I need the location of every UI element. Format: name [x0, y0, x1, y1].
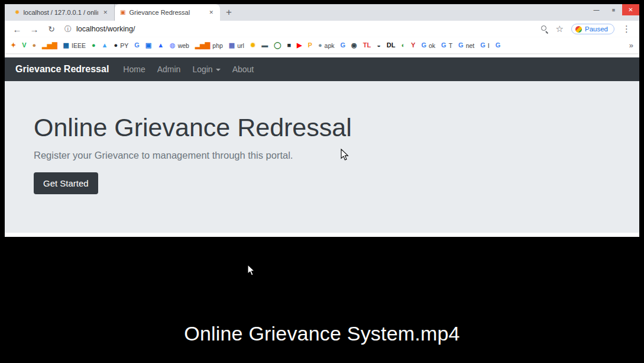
bookmark-label: T: [449, 42, 452, 49]
bookmark-item[interactable]: ▬: [261, 42, 268, 49]
bookmark-favicon-icon: G: [480, 42, 486, 49]
bookmark-item[interactable]: ▶: [297, 42, 302, 49]
page-info-icon[interactable]: ⓘ: [64, 24, 72, 34]
bookmark-item[interactable]: DL: [387, 42, 396, 49]
browser-window: ✹ localhost / 127.0.0.1 / onlinegrie ✕ ▣…: [5, 4, 639, 237]
bookmark-item[interactable]: ✦: [11, 42, 16, 49]
page-bottom-margin: [5, 233, 639, 237]
bookmark-item[interactable]: ▲: [102, 42, 108, 49]
window-controls: — ■ ✕: [588, 4, 639, 15]
bookmark-item[interactable]: ◒: [377, 42, 381, 49]
close-button[interactable]: ✕: [622, 4, 639, 15]
address-bar[interactable]: ⓘ localhost/working/: [64, 24, 537, 34]
nav-link-home[interactable]: Home: [117, 65, 151, 74]
bookmark-star-icon[interactable]: ☆: [556, 24, 564, 34]
new-tab-button[interactable]: +: [226, 7, 232, 18]
get-started-button[interactable]: Get Started: [34, 172, 98, 194]
browser-menu-icon[interactable]: ⋮: [622, 24, 631, 34]
back-icon[interactable]: ←: [11, 24, 24, 34]
bookmark-favicon-icon: P: [308, 42, 312, 49]
bookmark-item[interactable]: ◉: [351, 42, 357, 49]
sync-paused-chip[interactable]: Paused: [571, 24, 614, 34]
bookmark-item[interactable]: ✹: [250, 42, 255, 49]
bookmark-item[interactable]: ▲: [157, 42, 164, 49]
bookmark-favicon-icon: TL: [363, 42, 371, 49]
bookmark-favicon-icon: G: [134, 42, 140, 49]
url-text[interactable]: localhost/working/: [76, 25, 135, 33]
tab-2-favicon-icon: ▣: [120, 9, 125, 15]
bookmark-item[interactable]: G: [341, 42, 346, 49]
bookmark-item[interactable]: Y: [411, 42, 415, 49]
bookmark-item[interactable]: ■: [287, 42, 291, 49]
mouse-cursor: [341, 149, 349, 161]
bookmark-item[interactable]: Gok: [421, 42, 435, 49]
tab-1-favicon-icon: ✹: [15, 9, 20, 15]
bookmark-label: I: [488, 42, 490, 49]
dropdown-caret-icon: [216, 69, 221, 71]
site-brand[interactable]: Grievance Redressal: [15, 64, 109, 75]
bookmark-item[interactable]: ▂▅▇: [42, 42, 57, 49]
bookmark-item[interactable]: ●apk: [318, 42, 335, 49]
bookmark-favicon-icon: ✦: [11, 42, 16, 49]
hero-jumbotron: Online Grievance Redressal Register your…: [5, 81, 639, 233]
forward-icon[interactable]: →: [28, 24, 41, 34]
bookmarks-overflow-icon[interactable]: »: [629, 41, 633, 50]
bookmark-item[interactable]: GI: [480, 42, 489, 49]
maximize-button[interactable]: ■: [605, 4, 622, 15]
bookmark-favicon-icon: ▲: [157, 42, 164, 49]
bookmark-label: apk: [325, 42, 335, 49]
nav-link-about[interactable]: About: [226, 65, 260, 74]
bookmark-item[interactable]: TL: [363, 42, 371, 49]
bookmark-favicon-icon: ▲: [102, 42, 108, 49]
profile-avatar: [575, 26, 582, 33]
bookmark-favicon-icon: ▬: [261, 42, 268, 49]
tab-1-close-icon[interactable]: ✕: [102, 8, 109, 17]
bookmark-item[interactable]: ◍web: [170, 42, 189, 49]
tab-grievance-redressal[interactable]: ▣ Grievance Redressal ✕: [115, 4, 220, 21]
bookmark-favicon-icon: Y: [411, 42, 415, 49]
bookmark-item[interactable]: G: [134, 42, 140, 49]
bookmark-favicon-icon: G: [441, 42, 446, 49]
bookmark-item[interactable]: P: [308, 42, 312, 49]
nav-link-login[interactable]: Login: [186, 65, 226, 74]
page-subtitle: Register your Grievance to management th…: [34, 150, 639, 161]
bookmark-item[interactable]: ▦IEEE: [63, 42, 86, 49]
bookmark-item[interactable]: V: [22, 42, 26, 49]
bookmark-item[interactable]: ◐: [401, 42, 405, 49]
bookmark-favicon-icon: ◐: [401, 42, 405, 49]
bookmark-favicon-icon: ●: [318, 42, 322, 49]
bookmark-item[interactable]: Gnet: [458, 42, 474, 49]
bookmark-item[interactable]: ▂▅▇php: [195, 42, 223, 49]
bookmark-label: php: [212, 42, 223, 49]
browser-toolbar: ← → ↻ ⓘ localhost/working/ ☆ Paused ⋮: [5, 21, 639, 37]
bookmark-item[interactable]: ▦url: [229, 42, 244, 49]
minimize-button[interactable]: —: [588, 4, 605, 15]
bookmark-item[interactable]: ◯: [274, 42, 281, 49]
zoom-icon[interactable]: [541, 25, 548, 33]
bookmark-item[interactable]: ●: [33, 42, 37, 49]
bookmark-favicon-icon: ▦: [229, 42, 235, 49]
bookmark-item[interactable]: ▣: [145, 42, 151, 49]
bookmark-favicon-icon: G: [458, 42, 464, 49]
bookmark-item[interactable]: ●PY: [114, 42, 129, 49]
bookmark-label: IEEE: [72, 42, 86, 49]
bookmark-favicon-icon: G: [496, 42, 501, 49]
tab-2-close-icon[interactable]: ✕: [208, 8, 215, 17]
bookmark-label: web: [178, 42, 189, 49]
refresh-icon[interactable]: ↻: [45, 24, 58, 34]
nav-link-admin[interactable]: Admin: [151, 65, 187, 74]
bookmark-item[interactable]: ●: [92, 42, 96, 49]
bookmark-favicon-icon: G: [421, 42, 426, 49]
bookmark-label: net: [466, 42, 475, 49]
tab-phpmyadmin[interactable]: ✹ localhost / 127.0.0.1 / onlinegrie ✕: [9, 4, 115, 21]
bookmark-item[interactable]: GT: [441, 42, 452, 49]
mouse-cursor-secondary: [247, 264, 255, 277]
bookmark-favicon-icon: ■: [287, 42, 291, 49]
bookmark-item[interactable]: G: [496, 42, 501, 49]
toolbar-right-icons: ☆ Paused ⋮: [541, 24, 631, 34]
browser-tab-bar: ✹ localhost / 127.0.0.1 / onlinegrie ✕ ▣…: [5, 4, 639, 21]
bookmark-favicon-icon: DL: [387, 42, 396, 49]
bookmark-favicon-icon: ▦: [63, 42, 69, 49]
video-caption: Online Grievance System.mp4: [0, 322, 644, 345]
bookmark-label: url: [237, 42, 244, 49]
